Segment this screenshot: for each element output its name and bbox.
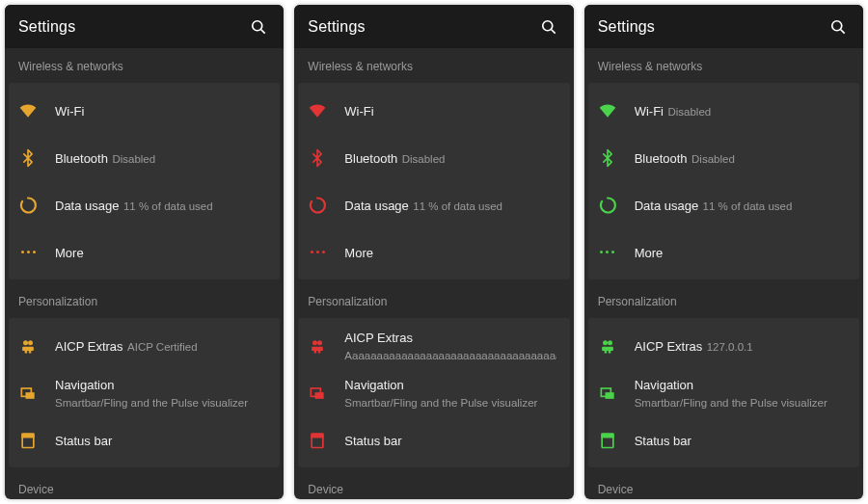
item-aicp-extras[interactable]: AICP Extras Aaaaaaaaaaaaaaaaaaaaaaaaaaaa…: [298, 322, 569, 369]
item-status: Smartbar/Fling and the Pulse visualizer: [635, 397, 827, 409]
item-status: 11 % of data used: [123, 200, 213, 212]
more-icon: [598, 243, 635, 262]
item-more[interactable]: More: [9, 228, 280, 276]
search-button[interactable]: [827, 15, 850, 39]
item-navigation[interactable]: Navigation Smartbar/Fling and the Pulse …: [588, 369, 859, 416]
item-label: Data usage: [344, 199, 409, 213]
item-label: Bluetooth: [55, 151, 108, 166]
navigation-icon: [598, 384, 635, 403]
more-icon: [18, 243, 55, 262]
search-button[interactable]: [247, 15, 270, 39]
section-header-wireless: Wireless & networks: [584, 48, 863, 83]
item-more[interactable]: More: [298, 228, 569, 276]
item-label: Wi-Fi: [344, 104, 373, 119]
item-data-usage[interactable]: Data usage 11 % of data used: [588, 181, 859, 228]
svg-rect-32: [602, 434, 613, 437]
item-status-bar[interactable]: Status bar: [298, 416, 569, 464]
data-usage-icon: [308, 196, 344, 215]
section-wireless: Wi-Fi Bluetooth Disabled Data usage 11 %…: [298, 83, 569, 279]
item-status: Smartbar/Fling and the Pulse visualizer: [344, 397, 537, 409]
svg-rect-6: [29, 351, 32, 354]
item-status: Aaaaaaaaaaaaaaaaaaaaaaaaaaaaaaaaaaaaaaaa…: [344, 350, 556, 361]
item-status: 11 % of data used: [703, 200, 793, 212]
svg-point-11: [542, 20, 552, 30]
item-navigation[interactable]: Navigation Smartbar/Fling and the Pulse …: [298, 369, 569, 416]
item-wifi[interactable]: Wi-Fi: [298, 87, 569, 134]
appbar: Settings: [5, 5, 284, 48]
data-usage-icon: [598, 196, 635, 215]
item-navigation[interactable]: Navigation Smartbar/Fling and the Pulse …: [9, 369, 280, 416]
appbar: Settings: [584, 5, 863, 48]
svg-rect-5: [25, 351, 28, 354]
item-label: Wi-Fi: [635, 104, 664, 119]
item-wifi[interactable]: Wi-Fi Disabled: [588, 87, 859, 134]
svg-line-23: [840, 29, 844, 33]
item-label: More: [344, 246, 373, 260]
svg-rect-2: [22, 347, 34, 351]
aicp-icon: [598, 336, 635, 356]
section-header-wireless: Wireless & networks: [294, 48, 573, 83]
appbar-title: Settings: [308, 18, 365, 36]
svg-point-3: [23, 340, 28, 345]
item-data-usage[interactable]: Data usage 11 % of data used: [298, 181, 569, 228]
section-header-device: Device: [5, 473, 284, 499]
item-more[interactable]: More: [588, 228, 859, 276]
section-header-wireless: Wireless & networks: [5, 48, 284, 83]
status-bar-icon: [598, 431, 635, 450]
item-wifi[interactable]: Wi-Fi: [9, 87, 280, 134]
bluetooth-icon: [18, 148, 55, 168]
navigation-icon: [18, 384, 55, 403]
item-status-bar[interactable]: Status bar: [9, 416, 280, 464]
item-aicp-extras[interactable]: AICP Extras AICP Certified: [9, 322, 280, 369]
search-button[interactable]: [537, 15, 560, 39]
section-wireless: Wi-Fi Disabled Bluetooth Disabled Data u…: [588, 83, 859, 279]
item-bluetooth[interactable]: Bluetooth Disabled: [588, 134, 859, 181]
item-status: Disabled: [112, 153, 155, 165]
item-status: Disabled: [667, 106, 711, 118]
item-label: Data usage: [55, 199, 120, 213]
section-header-device: Device: [294, 473, 573, 499]
svg-rect-30: [605, 392, 613, 399]
svg-point-26: [608, 340, 612, 345]
bluetooth-icon: [598, 148, 635, 168]
more-icon: [308, 243, 344, 262]
svg-rect-27: [604, 351, 607, 354]
section-header-personalization: Personalization: [584, 285, 863, 318]
data-usage-icon: [18, 196, 55, 215]
item-label: Status bar: [635, 434, 692, 448]
item-label: Navigation: [635, 378, 693, 392]
svg-rect-17: [318, 351, 321, 354]
status-bar-icon: [308, 431, 344, 450]
item-label: AICP Extras: [55, 339, 123, 354]
section-personalization: AICP Extras 127.0.0.1 Navigation Smartba…: [588, 318, 859, 467]
item-label: More: [635, 246, 664, 260]
item-aicp-extras[interactable]: AICP Extras 127.0.0.1: [588, 322, 859, 369]
aicp-icon: [18, 336, 55, 356]
settings-panel-red: Settings Wireless & networks Wi-Fi Bluet…: [294, 5, 573, 499]
item-label: AICP Extras: [635, 339, 703, 354]
item-label: Data usage: [635, 199, 699, 213]
aicp-icon: [308, 336, 344, 356]
settings-content: Wireless & networks Wi-Fi Bluetooth Disa…: [5, 48, 284, 499]
settings-content: Wireless & networks Wi-Fi Bluetooth Disa…: [294, 48, 573, 499]
panels-wrap: Settings Wireless & networks Wi-Fi Bluet…: [0, 0, 868, 504]
item-bluetooth[interactable]: Bluetooth Disabled: [9, 134, 280, 181]
svg-rect-28: [608, 351, 610, 354]
item-status: Disabled: [402, 153, 446, 165]
item-data-usage[interactable]: Data usage 11 % of data used: [9, 181, 280, 228]
section-personalization: AICP Extras AICP Certified Navigation Sm…: [9, 318, 280, 467]
item-status: Disabled: [692, 153, 735, 165]
item-label: Wi-Fi: [55, 104, 84, 119]
svg-point-25: [603, 340, 608, 345]
item-label: Status bar: [55, 434, 112, 448]
settings-panel-amber: Settings Wireless & networks Wi-Fi Bluet…: [5, 5, 284, 499]
item-status-bar[interactable]: Status bar: [588, 416, 859, 464]
navigation-icon: [308, 384, 344, 403]
item-status: AICP Certified: [127, 341, 198, 353]
svg-rect-13: [312, 347, 323, 351]
item-bluetooth[interactable]: Bluetooth Disabled: [298, 134, 569, 181]
item-label: Bluetooth: [344, 151, 397, 166]
item-label: AICP Extras: [344, 331, 413, 345]
status-bar-icon: [18, 431, 55, 450]
bluetooth-icon: [308, 148, 344, 168]
